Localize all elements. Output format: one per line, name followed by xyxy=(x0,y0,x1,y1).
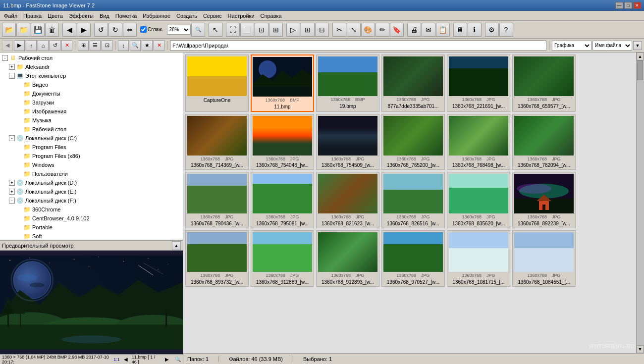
nav-view1-btn[interactable]: ⊞ xyxy=(78,40,89,51)
tb-compare-btn[interactable]: ⊟ xyxy=(315,23,329,37)
menu-effects[interactable]: Эффекты xyxy=(66,12,97,20)
tb-rotate-left-btn[interactable]: ↺ xyxy=(94,23,108,37)
nav-stop-btn[interactable]: ✕ xyxy=(61,40,72,51)
thumb-912893[interactable]: 1360x768 JPG 1360x768_912893_[w... xyxy=(316,230,379,287)
tb-size-btn[interactable]: ⊞ xyxy=(269,23,283,37)
tb-slide1-btn[interactable]: ▷ xyxy=(286,23,300,37)
tb-slide2-btn[interactable]: ⊞ xyxy=(301,23,315,37)
thumb-835620[interactable]: 1360x768 JPG 1360x768_835620_[w... xyxy=(447,172,510,228)
tree-item-desktop2[interactable]: 📁 Рабочий стол xyxy=(1,125,182,134)
nav-delete2-btn[interactable]: ✕ xyxy=(154,40,164,51)
close-button[interactable]: ✕ xyxy=(633,2,641,9)
tb-color-btn[interactable]: 🎨 xyxy=(361,23,375,37)
tb-open-btn[interactable]: 📂 xyxy=(2,23,16,37)
file-tree[interactable]: - 🖥 Рабочий стол + 📁 Aleksandr - 💻 Этот … xyxy=(0,52,183,240)
prev-btn-small[interactable]: ◀ xyxy=(124,357,128,362)
tree-item-portable[interactable]: 📁 Portable xyxy=(1,223,182,232)
sort-select[interactable]: Имя файла xyxy=(592,41,632,51)
tree-item-music[interactable]: 📁 Музыка xyxy=(1,116,182,125)
tb-wallpaper-btn[interactable]: 🖥 xyxy=(453,23,467,37)
expand-thispc[interactable]: - xyxy=(9,73,15,79)
menu-mark[interactable]: Пометка xyxy=(112,12,140,20)
scroll-thumb[interactable] xyxy=(637,60,643,80)
tb-zoom-in-btn[interactable]: 🔍 xyxy=(191,23,205,37)
nav-view2-btn[interactable]: ☰ xyxy=(90,40,101,51)
tb-resize-btn[interactable]: ⤡ xyxy=(347,23,361,37)
nav-sort-btn[interactable]: ↕ xyxy=(118,40,129,51)
tree-item-soft[interactable]: 📁 Soft xyxy=(1,232,182,240)
smooth-checkbox[interactable] xyxy=(140,26,147,33)
tb-window-btn[interactable]: ⬜ xyxy=(240,23,254,37)
tb-email-btn[interactable]: ✉ xyxy=(422,23,435,37)
expand-driveC[interactable]: - xyxy=(9,135,15,141)
tree-item-video[interactable]: 📁 Видео xyxy=(1,80,182,89)
tb-print-btn[interactable]: 🖨 xyxy=(407,23,421,37)
tree-item-driveE[interactable]: + 💿 Локальный диск (E:) xyxy=(1,187,182,196)
thumb-912889[interactable]: 1360x768 JPG 1360x768_912889_[w... xyxy=(251,230,314,287)
thumb-768498[interactable]: 1360x768 JPG 1360x768_768498_[w... xyxy=(447,114,510,170)
tb-next-btn[interactable]: ▶ xyxy=(77,23,91,37)
scroll-down-btn[interactable]: ▼ xyxy=(637,345,644,353)
tb-smooth-check[interactable]: Сглаж. xyxy=(140,26,163,33)
thumb-714369[interactable]: 1360x768 JPG 1360x768_714369_[w... xyxy=(185,114,249,170)
thumb-790436[interactable]: 1360x768 JPG 1360x768_790436_[w... xyxy=(185,172,249,228)
scrollbar[interactable]: ▲ ▼ xyxy=(636,52,644,353)
thumb-892239[interactable]: 1360x768 JPG 1360x768_892239_[w... xyxy=(512,172,576,228)
thumb-captureone[interactable]: CaptureOne xyxy=(185,54,249,112)
menu-colors[interactable]: Цвета xyxy=(45,12,66,20)
nav-filter-btn[interactable]: 🔍 xyxy=(130,40,141,51)
menu-favorites[interactable]: Избранное xyxy=(140,12,173,20)
expand-aleksandr[interactable]: + xyxy=(9,64,15,70)
expand-driveD[interactable]: + xyxy=(9,180,15,186)
thumb-826516[interactable]: 1360x768 JPG 1360x768_826516_[w... xyxy=(381,172,445,228)
filter-select[interactable]: Графика xyxy=(552,41,591,51)
preview-collapse-btn[interactable]: ▲ xyxy=(172,241,181,250)
tb-prev-btn[interactable]: ◀ xyxy=(62,23,76,37)
tree-item-docs[interactable]: 📁 Документы xyxy=(1,89,182,98)
thumb-893732[interactable]: 1360x768 JPG 1360x768_893732_[w... xyxy=(185,230,249,287)
menu-view[interactable]: Вид xyxy=(97,12,112,20)
tb-folder-btn[interactable]: 📁 xyxy=(16,23,30,37)
thumb-754509[interactable]: 1360x768 JPG 1360x768_754509_[w... xyxy=(316,114,379,170)
thumb-221691[interactable]: 1360x768 JPG 1360x768_221691_[w... xyxy=(447,54,510,112)
tree-item-users[interactable]: 📁 Пользователи xyxy=(1,169,182,178)
scroll-up-btn[interactable]: ▲ xyxy=(637,52,644,60)
menu-file[interactable]: Файл xyxy=(1,12,20,20)
thumb-765200[interactable]: 1360x768 JPG 1360x768_765200_[w... xyxy=(381,114,445,170)
tb-fit-btn[interactable]: ⊡ xyxy=(255,23,268,37)
tb-copy-btn[interactable]: 📋 xyxy=(436,23,450,37)
addr-settings-btn[interactable]: ▼ xyxy=(633,41,642,50)
tb-stamp-btn[interactable]: 🔖 xyxy=(390,23,404,37)
tb-save-btn[interactable]: 💾 xyxy=(31,23,45,37)
tree-item-windows[interactable]: 📁 Windows xyxy=(1,160,182,169)
thumb-795081[interactable]: 1360x768 JPG 1360x768_795081_[w... xyxy=(251,172,314,228)
thumb-11bmp[interactable]: 1360x768 BMP 11.bmp xyxy=(251,54,314,112)
thumb-1084551[interactable]: 1360x768 JPG 1360x768_1084551_[... xyxy=(512,230,576,287)
menu-tools[interactable]: Сервис xyxy=(200,12,225,20)
nav-view3-btn[interactable]: ⊡ xyxy=(102,40,112,51)
tree-item-programfilesx86[interactable]: 📁 Program Files (x86) xyxy=(1,152,182,160)
tb-rotate-right-btn[interactable]: ↻ xyxy=(108,23,122,37)
tree-item-desktop[interactable]: - 🖥 Рабочий стол xyxy=(1,53,182,62)
nav-up-btn[interactable]: ↑ xyxy=(26,40,37,51)
tree-item-360chrome[interactable]: 📁 360Chrome xyxy=(1,205,182,214)
thumb-821623[interactable]: 1360x768 JPG 1360x768_821623_[w... xyxy=(316,172,379,228)
thumb-19bmp[interactable]: 1360x768 BMP 19.bmp xyxy=(316,54,379,112)
menu-help[interactable]: Справка xyxy=(258,12,285,20)
tree-item-downloads[interactable]: 📁 Загрузки xyxy=(1,98,182,107)
thumbnail-grid[interactable]: CaptureOne 1360x768 BMP 11.bmp xyxy=(183,52,636,353)
thumb-754046[interactable]: 1360x768 JPG 1360x768_754046_[w... xyxy=(251,114,314,170)
maximize-button[interactable]: □ xyxy=(624,2,632,9)
tb-delete-btn[interactable]: 🗑 xyxy=(45,23,59,37)
address-input[interactable] xyxy=(170,41,546,51)
thumb-659577[interactable]: 1360x768 JPG 1360x768_659577_[w... xyxy=(512,54,576,112)
nav-star-btn[interactable]: ★ xyxy=(142,40,153,51)
menu-settings[interactable]: Настройки xyxy=(225,12,258,20)
tree-item-driveC[interactable]: - 💿 Локальный диск (C:) xyxy=(1,134,182,143)
thumb-1081715[interactable]: 1360x768 JPG 1360x768_1081715_[... xyxy=(447,230,510,287)
tree-item-driveF[interactable]: - 💿 Локальный диск (F:) xyxy=(1,196,182,205)
tb-crop-btn[interactable]: ✂ xyxy=(332,23,346,37)
nav-forward-btn[interactable]: ▶ xyxy=(14,40,25,51)
tb-cursor-btn[interactable]: ↖ xyxy=(209,23,222,37)
tb-fullscreen-btn[interactable]: ⛶ xyxy=(226,23,240,37)
